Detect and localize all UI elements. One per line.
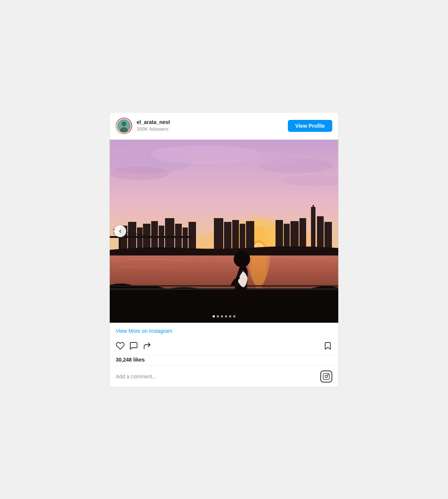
svg-rect-43 xyxy=(317,216,324,252)
svg-rect-46 xyxy=(284,224,290,250)
likes-count: 30,248 likes xyxy=(110,355,338,366)
carousel-dots xyxy=(213,315,236,317)
svg-point-7 xyxy=(110,167,169,180)
user-info: el_arata_nest 359K followers xyxy=(137,119,288,133)
comment-row xyxy=(110,366,338,387)
svg-rect-38 xyxy=(232,220,239,250)
bookmark-button[interactable] xyxy=(321,340,332,352)
comment-icon xyxy=(129,341,138,350)
carousel-prev-button[interactable] xyxy=(114,225,126,237)
post-image xyxy=(110,140,338,323)
svg-point-61 xyxy=(328,374,329,375)
svg-rect-30 xyxy=(189,222,196,250)
followers-count: 359K followers xyxy=(137,126,288,133)
username[interactable]: el_arata_nest xyxy=(137,119,288,126)
svg-rect-41 xyxy=(311,207,315,252)
post-header: el_arata_nest 359K followers View Profil… xyxy=(110,112,338,140)
svg-rect-23 xyxy=(137,227,143,250)
comment-button[interactable] xyxy=(127,340,140,352)
carousel-dot-4[interactable] xyxy=(225,315,227,317)
carousel-dot-3[interactable] xyxy=(221,315,223,317)
avatar-ring[interactable] xyxy=(116,118,132,134)
svg-point-8 xyxy=(210,151,307,166)
svg-rect-42 xyxy=(312,205,314,209)
svg-rect-39 xyxy=(240,224,245,250)
heart-icon xyxy=(116,341,125,350)
svg-rect-25 xyxy=(151,221,158,250)
svg-rect-27 xyxy=(165,218,174,250)
instagram-icon-svg xyxy=(323,373,330,380)
svg-point-1 xyxy=(122,121,127,126)
carousel-dot-1[interactable] xyxy=(213,315,215,317)
svg-rect-36 xyxy=(214,218,223,250)
svg-rect-55 xyxy=(110,289,338,323)
svg-rect-59 xyxy=(323,373,330,379)
carousel-dot-6[interactable] xyxy=(233,315,236,317)
svg-rect-47 xyxy=(290,221,299,250)
bookmark-icon xyxy=(323,341,332,350)
avatar xyxy=(116,118,131,133)
view-more-link[interactable]: View More on Instagram xyxy=(110,323,338,338)
actions-row xyxy=(110,338,338,355)
svg-rect-56 xyxy=(110,288,338,290)
svg-rect-57 xyxy=(110,285,338,286)
share-button[interactable] xyxy=(140,340,154,352)
svg-point-60 xyxy=(325,375,328,378)
svg-rect-37 xyxy=(224,222,231,250)
like-button[interactable] xyxy=(116,340,127,352)
view-profile-button[interactable]: View Profile xyxy=(288,120,332,132)
instagram-logo-icon[interactable] xyxy=(320,371,332,382)
post-image-container xyxy=(110,140,338,323)
svg-rect-45 xyxy=(276,220,283,250)
share-icon xyxy=(143,341,152,350)
svg-rect-29 xyxy=(183,227,188,250)
svg-point-58 xyxy=(234,251,250,267)
svg-rect-40 xyxy=(246,221,254,250)
instagram-post-card: el_arata_nest 359K followers View Profil… xyxy=(109,112,339,387)
carousel-dot-5[interactable] xyxy=(229,315,231,317)
svg-rect-48 xyxy=(299,218,306,250)
carousel-dot-2[interactable] xyxy=(217,315,219,317)
comment-input[interactable] xyxy=(116,374,320,379)
